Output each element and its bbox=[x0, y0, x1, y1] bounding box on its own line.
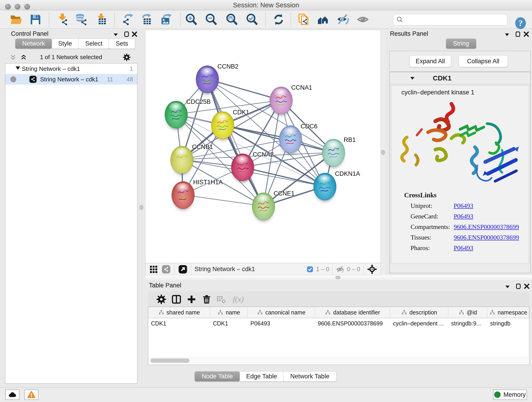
section-collapse-icon[interactable] bbox=[409, 75, 416, 82]
memory-button[interactable]: Memory bbox=[493, 389, 527, 400]
grid-view-icon[interactable] bbox=[149, 264, 159, 274]
tab-edge-table[interactable]: Edge Table bbox=[239, 371, 284, 382]
network-node-cdkn1a[interactable] bbox=[313, 173, 336, 200]
export-image-icon[interactable] bbox=[160, 13, 173, 26]
zoom-selected-icon[interactable] bbox=[246, 13, 259, 26]
function-icon[interactable]: f(x) bbox=[233, 294, 244, 305]
splitter-handle[interactable] bbox=[381, 150, 385, 155]
column-header-name[interactable]: name bbox=[210, 307, 248, 318]
splitter-handle[interactable] bbox=[336, 276, 341, 279]
houses-icon[interactable] bbox=[317, 13, 330, 26]
cdk1-section-header[interactable]: CDK1 bbox=[390, 72, 530, 84]
trash-icon[interactable] bbox=[201, 294, 212, 305]
crosslink-link[interactable]: 9606.ENSP00000378699 bbox=[454, 234, 519, 241]
zoom-out-icon[interactable] bbox=[205, 13, 218, 26]
network-node-ccna2[interactable] bbox=[231, 153, 254, 181]
column-header-canonical-name[interactable]: canonical name bbox=[248, 307, 315, 318]
help-icon[interactable]: ? bbox=[514, 17, 527, 30]
tab-style[interactable]: Style bbox=[51, 38, 79, 49]
table-panel-float-icon[interactable] bbox=[515, 283, 522, 290]
results-panel-close-icon[interactable] bbox=[523, 31, 530, 38]
network-node-hist1h1a[interactable] bbox=[172, 181, 195, 209]
control-panel-float-icon[interactable] bbox=[123, 31, 130, 38]
network-node-ccnb2[interactable] bbox=[196, 65, 219, 93]
splitter-handle[interactable] bbox=[139, 205, 143, 210]
tab-network[interactable]: Network bbox=[15, 38, 52, 49]
network-node-ccne1[interactable] bbox=[252, 192, 275, 220]
results-panel-tabs: String bbox=[447, 38, 476, 49]
tab-string[interactable]: String bbox=[446, 38, 476, 49]
results-panel-float-icon[interactable] bbox=[515, 31, 521, 38]
fit-selected-icon[interactable] bbox=[367, 264, 377, 274]
node-label-rb1: RB1 bbox=[344, 136, 356, 143]
network-node-ccna1[interactable] bbox=[270, 87, 293, 114]
hide-unhide-icon[interactable] bbox=[336, 13, 349, 26]
network-overview-icon[interactable] bbox=[161, 264, 171, 274]
table-row[interactable]: CDK1CDK1P064939606.ENSP00000378699cyclin… bbox=[148, 318, 529, 329]
tab-select[interactable]: Select bbox=[78, 38, 109, 49]
column-header-namespace[interactable]: namespace bbox=[487, 307, 530, 318]
open-session-icon[interactable] bbox=[10, 13, 22, 26]
network-node-cdk1[interactable] bbox=[211, 111, 234, 139]
warnings-button[interactable] bbox=[24, 389, 38, 400]
collapse-all-button[interactable]: Collapse All bbox=[458, 55, 508, 67]
column-header-description[interactable]: description bbox=[390, 307, 448, 318]
import-database-icon[interactable] bbox=[75, 13, 88, 26]
cloud-status-button[interactable] bbox=[5, 389, 19, 400]
network-node-cdc25b[interactable] bbox=[165, 101, 188, 128]
expand-all-button[interactable]: Expand All bbox=[409, 55, 451, 67]
column-header-shared-name[interactable]: shared name bbox=[148, 307, 210, 318]
control-panel-close-icon[interactable] bbox=[131, 31, 138, 38]
crosslink-label: GeneCard: bbox=[411, 213, 454, 220]
hidden-eye-icon[interactable] bbox=[336, 265, 345, 274]
status-bar: Memory bbox=[0, 387, 532, 402]
selected-checkbox-icon[interactable] bbox=[306, 266, 314, 273]
column-header-database-identifier[interactable]: database identifier bbox=[315, 307, 390, 318]
table-delete-icon[interactable] bbox=[216, 294, 227, 305]
table-header-row: shared name name canonical name database… bbox=[148, 307, 529, 318]
plus-icon[interactable] bbox=[186, 294, 197, 305]
tab-network-table[interactable]: Network Table bbox=[283, 371, 336, 382]
save-session-icon[interactable] bbox=[29, 13, 42, 26]
crosslink-link[interactable]: 9606.ENSP00000378699 bbox=[454, 223, 519, 230]
detach-view-icon[interactable] bbox=[178, 264, 188, 274]
tree-expand-icon[interactable] bbox=[14, 64, 22, 74]
network-canvas[interactable]: CCNB2CCNA1CDC25BCDK1CDC6RB1CCNB1CCNA2CDK… bbox=[145, 30, 381, 263]
results-panel-menu-icon[interactable] bbox=[504, 31, 510, 38]
table-panel-close-icon[interactable] bbox=[523, 283, 530, 290]
import-table-icon[interactable] bbox=[94, 13, 107, 26]
network-tree-child-row[interactable]: String Network – cdk1 11 48 bbox=[5, 74, 137, 85]
zoom-in-icon[interactable] bbox=[185, 13, 198, 26]
panel-splitter-vertical[interactable] bbox=[138, 28, 145, 395]
scrollbar-thumb[interactable] bbox=[151, 358, 190, 363]
hidden-count: 0 – 0 bbox=[347, 266, 360, 273]
main-toolbar: ? bbox=[0, 10, 532, 29]
columns-icon[interactable] bbox=[171, 294, 182, 305]
crosslink-link[interactable]: P06493 bbox=[454, 213, 473, 220]
network-view-toolbar: String Network – cdk1 1 – 0 0 – 0 bbox=[145, 263, 381, 275]
clipboard-network-icon[interactable] bbox=[297, 13, 310, 26]
table-panel-menu-icon[interactable] bbox=[504, 283, 511, 290]
network-node-ccnb1[interactable] bbox=[171, 146, 193, 173]
export-network-icon[interactable] bbox=[121, 13, 134, 26]
refresh-icon[interactable] bbox=[272, 13, 285, 26]
network-node-cdc6[interactable] bbox=[279, 125, 302, 153]
export-table-icon[interactable] bbox=[139, 13, 152, 26]
network-tree-root-row[interactable]: String Network – cdk1 1 bbox=[5, 64, 137, 74]
eye-icon[interactable] bbox=[357, 13, 370, 26]
search-box[interactable] bbox=[393, 14, 507, 26]
zoom-fit-icon[interactable] bbox=[225, 13, 238, 26]
crosslink-link[interactable]: P06493 bbox=[454, 244, 473, 252]
tab-sets[interactable]: Sets bbox=[109, 38, 135, 49]
search-input[interactable] bbox=[404, 16, 507, 24]
network-options-gear-icon[interactable] bbox=[123, 53, 131, 61]
import-network-icon[interactable] bbox=[56, 13, 69, 26]
crosslink-link[interactable]: P06493 bbox=[454, 202, 473, 210]
gear-icon[interactable] bbox=[156, 294, 167, 305]
column-header--id[interactable]: @id bbox=[448, 307, 487, 318]
network-node-rb1[interactable] bbox=[322, 139, 345, 166]
tab-node-table[interactable]: Node Table bbox=[195, 371, 240, 382]
crosslink-label: Tissues: bbox=[411, 234, 454, 241]
table-hscrollbar[interactable] bbox=[149, 357, 528, 364]
control-panel-menu-icon[interactable] bbox=[112, 31, 119, 38]
